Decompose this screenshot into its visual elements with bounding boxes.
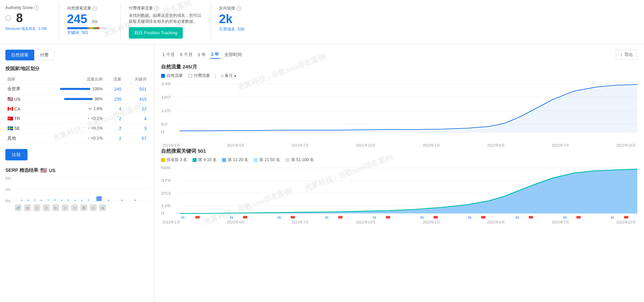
- tab-paid[interactable]: 付费: [34, 50, 54, 60]
- serp-yaxis: 6% 3% 0%: [5, 176, 15, 203]
- svg-text:126: 126: [161, 204, 171, 208]
- legend-notes[interactable]: □ 备注 ▾: [221, 73, 236, 79]
- kw-label-top3: 排名前 3 名: [167, 157, 187, 163]
- keywords-chart-svg: 505 379 253 126 0 G G G: [161, 165, 637, 219]
- svg-marker-40: [179, 169, 637, 213]
- svg-text:G: G: [230, 216, 233, 219]
- x-label-1: 2021年4月: [227, 143, 245, 148]
- time-6months[interactable]: 6 个月: [179, 51, 194, 58]
- serp-icon-square2: □: [43, 204, 50, 211]
- kx-label-2: 2021年7月: [291, 220, 309, 225]
- search-type-tabs: 自然搜索 付费: [5, 50, 149, 60]
- traffic-pct-bar: 100%: [32, 84, 105, 94]
- kw-legend-top3[interactable]: 排名前 3 名: [161, 157, 187, 163]
- x-label-5: 2022年4月: [487, 143, 505, 148]
- serp-chart-area: 6% 3% 0%: [5, 176, 149, 203]
- kw-legend-4-10[interactable]: 第 4-10 名: [193, 157, 217, 163]
- x-label-7: 2022年10月: [616, 143, 636, 148]
- traffic-legend: 自然流量 付费流量 □ 备注 ▾: [161, 73, 637, 79]
- serp-title-text: SERP 精选结果: [5, 167, 38, 173]
- organic-traffic-info-icon[interactable]: ?: [93, 6, 97, 11]
- export-button[interactable]: ↑ 导出: [616, 50, 637, 60]
- time-1year[interactable]: 1 年: [197, 51, 207, 58]
- export-icon: ↑: [620, 52, 623, 57]
- kw-legend-11-20[interactable]: 第 11-20 名: [222, 157, 248, 163]
- keywords-value[interactable]: 4: [123, 114, 149, 123]
- traffic-chart-container: 249 187 125 62 0: [161, 81, 637, 135]
- time-buttons: 1 个月 6 个月 1 年 2 年 全部时间: [161, 51, 243, 59]
- paid-traffic-info-icon[interactable]: ?: [154, 6, 159, 11]
- svg-point-13: [81, 200, 83, 201]
- legend-paid[interactable]: 付费流量: [188, 73, 210, 79]
- country-table: 国家 流量比例 流量 关键词 全世界 100% 245501🇺🇸 US 96% …: [5, 75, 149, 144]
- paid-no-data-text: 未找到数据。如果这是您的域名，您可以获取关键词排名相关的所有必要数据。: [129, 12, 203, 24]
- legend-organic[interactable]: 自然流量: [161, 73, 183, 79]
- kx-label-4: 2022年1月: [423, 220, 440, 225]
- kw-legend-21-50[interactable]: 第 21-50 名: [254, 157, 280, 163]
- authority-score-info-icon[interactable]: ?: [34, 5, 39, 10]
- keywords-legend: 排名前 3 名 第 4-10 名 第 11-20 名 第 21-50 名 第 5…: [161, 157, 637, 163]
- svg-point-14: [88, 199, 89, 201]
- traffic-value[interactable]: 235: [105, 94, 123, 104]
- svg-text:253: 253: [161, 191, 171, 195]
- tab-organic[interactable]: 自然搜索: [5, 50, 34, 60]
- kw-dot-4-10: [193, 158, 197, 162]
- serp-icon-star2: ☆: [71, 204, 78, 211]
- keywords-value[interactable]: 22: [123, 104, 149, 114]
- compare-button[interactable]: 比较: [5, 149, 28, 160]
- country-section-title: 按国家/地区划分: [5, 66, 149, 72]
- kx-label-1: 2021年4月: [227, 220, 245, 225]
- traffic-pct-bar: <0.1%: [32, 133, 105, 144]
- semrush-rank-value: 2.2M: [38, 27, 46, 31]
- backlinks-info-icon[interactable]: ?: [236, 6, 241, 11]
- right-panel: 1 个月 6 个月 1 年 2 年 全部时间 ↑ 导出 自然流量 245/月 自…: [154, 44, 644, 302]
- table-row: 全世界 100% 245501: [5, 84, 149, 94]
- time-1month[interactable]: 1 个月: [161, 51, 176, 58]
- traffic-pct-bar: 96%: [32, 94, 105, 104]
- svg-point-4: [28, 200, 29, 201]
- x-label-2: 2021年7月: [291, 143, 309, 148]
- keywords-value[interactable]: 3: [123, 123, 149, 133]
- position-tracking-button[interactable]: 前往 Position Tracking: [129, 27, 183, 39]
- traffic-value[interactable]: 2: [105, 114, 123, 123]
- svg-text:187: 187: [161, 95, 171, 99]
- x-label-4: 2022年1月: [423, 143, 440, 148]
- serp-y-0: 0%: [5, 199, 15, 203]
- kw-label-51-100: 第 51-100 名: [291, 157, 314, 163]
- x-label-3: 2021年10月: [356, 143, 376, 148]
- svg-text:G: G: [420, 216, 424, 219]
- time-range-row: 1 个月 6 个月 1 年 2 年 全部时间 ↑ 导出: [161, 50, 637, 60]
- country-name: 🇨🇦 CA: [5, 104, 32, 114]
- traffic-value[interactable]: 2: [105, 123, 123, 133]
- serp-chart-inner: [15, 176, 149, 201]
- svg-rect-58: [529, 216, 533, 219]
- legend-paid-dot: [188, 74, 192, 78]
- svg-text:G: G: [468, 216, 472, 219]
- time-2years[interactable]: 2 年: [210, 51, 221, 59]
- keywords-value[interactable]: 501: [123, 84, 149, 94]
- organic-traffic-bar-fill: [67, 27, 99, 29]
- traffic-pct-bar: <0.1%: [32, 114, 105, 123]
- paid-traffic-block: 付费搜索流量 ? 未找到数据。如果这是您的域名，您可以获取关键词排名相关的所有必…: [129, 4, 211, 40]
- keywords-value[interactable]: 57: [123, 133, 149, 144]
- traffic-value[interactable]: 245: [105, 84, 123, 94]
- kw-legend-51-100[interactable]: 第 51-100 名: [285, 157, 314, 163]
- keyword-count[interactable]: 501: [82, 30, 88, 35]
- svg-rect-53: [291, 216, 295, 219]
- organic-traffic-pct: 0%: [92, 19, 98, 24]
- svg-text:G: G: [181, 216, 185, 219]
- serp-icon-row: 🔗 ⊙ □ □ ▷ ☆ ☆ ⊡ □ ⊙: [5, 204, 149, 211]
- keywords-value[interactable]: 415: [123, 94, 149, 104]
- svg-rect-56: [434, 216, 438, 219]
- kx-label-3: 2021年10月: [356, 220, 376, 225]
- referring-value[interactable]: 536: [237, 27, 244, 32]
- us-flag-icon: 🇺🇸: [40, 167, 47, 173]
- time-all[interactable]: 全部时间: [223, 51, 243, 58]
- kw-dot-11-20: [222, 158, 226, 162]
- keywords-chart-title: 自然搜索关键词 501: [161, 148, 637, 154]
- keyword-label-text: 关键词: [67, 30, 79, 35]
- svg-text:G: G: [373, 216, 376, 219]
- traffic-value[interactable]: 4: [105, 104, 123, 114]
- svg-rect-59: [577, 216, 581, 219]
- traffic-value[interactable]: 2: [105, 133, 123, 144]
